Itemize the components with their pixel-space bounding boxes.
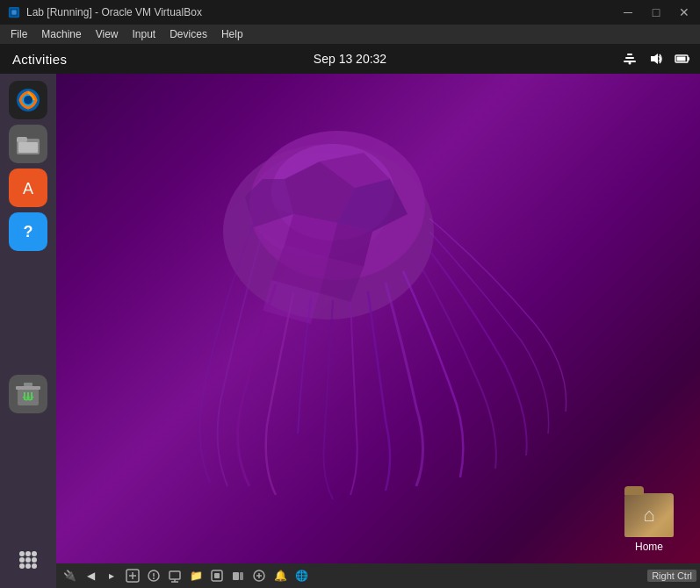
activities-button[interactable]: Activities xyxy=(0,44,79,74)
svg-rect-51 xyxy=(170,571,180,579)
battery-icon[interactable] xyxy=(672,44,693,74)
svg-rect-22 xyxy=(16,386,40,390)
vm-taskbar: 🔌 ◀ ▸ 📁 🔔 🌐 xyxy=(56,563,700,588)
dock-files[interactable] xyxy=(9,125,47,163)
dock-apps-button[interactable] xyxy=(9,541,47,579)
taskbar-icon-2[interactable]: ◀ xyxy=(81,566,100,585)
taskbar-icon-9[interactable] xyxy=(228,566,248,585)
dock-help[interactable]: ? xyxy=(9,212,47,251)
taskbar-icon-8[interactable] xyxy=(207,566,227,585)
svg-point-25 xyxy=(25,551,31,556)
svg-rect-10 xyxy=(688,57,689,61)
svg-rect-4 xyxy=(625,57,634,59)
menu-machine[interactable]: Machine xyxy=(34,26,88,42)
svg-point-29 xyxy=(32,557,37,563)
svg-point-24 xyxy=(19,551,25,556)
svg-rect-57 xyxy=(240,572,243,580)
taskbar-icon-10[interactable] xyxy=(249,566,269,585)
menu-devices[interactable]: Devices xyxy=(162,26,214,42)
menubar: File Machine View Input Devices Help xyxy=(0,25,700,44)
svg-point-50 xyxy=(153,577,155,579)
desktop-home-folder[interactable]: ⌂ Home xyxy=(624,493,674,553)
svg-rect-9 xyxy=(677,57,686,61)
svg-rect-56 xyxy=(233,572,239,580)
svg-point-28 xyxy=(25,557,31,563)
app-icon xyxy=(7,5,21,19)
home-symbol: ⌂ xyxy=(643,504,654,527)
menu-help[interactable]: Help xyxy=(214,26,250,42)
svg-rect-15 xyxy=(17,137,27,142)
taskbar-icon-11[interactable]: 🔔 xyxy=(271,566,290,585)
titlebar: Lab [Running] - Oracle VM VirtualBox ─ □… xyxy=(0,0,700,25)
maximize-button[interactable]: □ xyxy=(647,4,665,21)
svg-rect-55 xyxy=(214,573,220,578)
svg-text:A: A xyxy=(23,180,33,197)
svg-point-27 xyxy=(19,557,25,563)
svg-point-30 xyxy=(19,563,25,569)
svg-text:?: ? xyxy=(24,223,33,240)
dock-appstore[interactable]: A xyxy=(9,169,47,207)
right-ctrl-badge: Right Ctrl xyxy=(647,570,696,582)
taskbar-icon-1[interactable]: 🔌 xyxy=(60,566,79,585)
window-controls: ─ □ ✕ xyxy=(619,4,693,21)
home-folder-icon: ⌂ xyxy=(624,493,674,537)
dock-trash[interactable] xyxy=(9,375,47,413)
home-folder-label: Home xyxy=(635,541,663,553)
svg-point-31 xyxy=(25,563,31,569)
taskbar-icon-4[interactable] xyxy=(123,566,142,585)
vm-area: A ? xyxy=(0,74,700,588)
taskbar-icon-7[interactable]: 📁 xyxy=(186,566,206,585)
svg-rect-2 xyxy=(11,10,16,14)
dock-firefox[interactable] xyxy=(9,81,47,119)
menu-view[interactable]: View xyxy=(89,26,126,42)
network-icon[interactable] xyxy=(619,44,640,74)
datetime-display: Sep 13 20:32 xyxy=(314,52,386,66)
jellyfish-illustration xyxy=(126,91,610,530)
systray xyxy=(619,44,700,74)
svg-point-6 xyxy=(629,62,631,65)
svg-rect-5 xyxy=(627,54,632,55)
volume-icon[interactable] xyxy=(646,44,667,74)
ubuntu-desktop: ⌂ Home 🔌 ◀ ▸ 📁 xyxy=(56,74,700,588)
close-button[interactable]: ✕ xyxy=(675,4,693,21)
menu-file[interactable]: File xyxy=(4,26,34,42)
svg-point-26 xyxy=(32,551,37,556)
menu-input[interactable]: Input xyxy=(126,26,163,42)
svg-point-32 xyxy=(32,563,37,569)
vm-topbar: Activities Sep 13 20:32 xyxy=(0,44,700,74)
taskbar-icon-12[interactable]: 🌐 xyxy=(292,566,311,585)
taskbar-right: Right Ctrl xyxy=(647,570,696,582)
svg-rect-16 xyxy=(18,142,38,153)
svg-marker-7 xyxy=(651,54,658,64)
svg-point-13 xyxy=(24,96,32,104)
taskbar-icon-3[interactable]: ▸ xyxy=(102,566,121,585)
ubuntu-dock: A ? xyxy=(0,74,56,588)
window-title: Lab [Running] - Oracle VM VirtualBox xyxy=(26,6,619,18)
taskbar-icon-6[interactable] xyxy=(165,566,184,585)
svg-rect-23 xyxy=(24,383,32,386)
minimize-button[interactable]: ─ xyxy=(619,4,637,21)
taskbar-icon-5[interactable] xyxy=(144,566,163,585)
